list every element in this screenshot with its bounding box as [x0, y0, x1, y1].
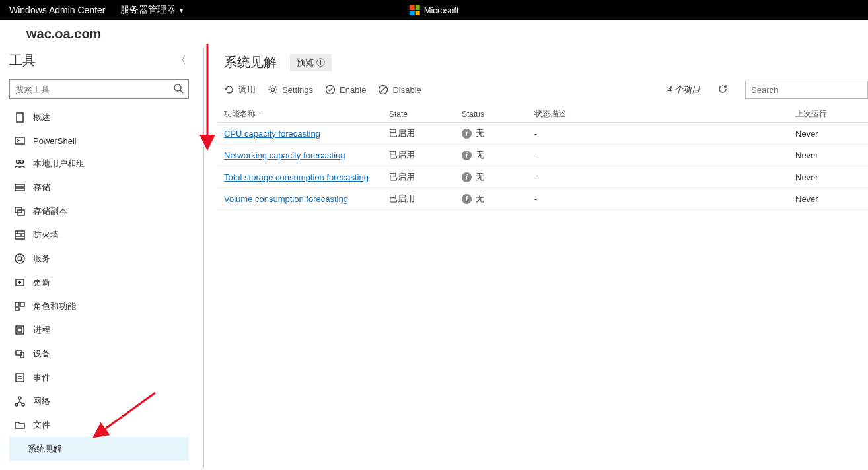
cell-state: 已启用 — [382, 166, 455, 188]
col-name[interactable]: 功能名称↑ — [217, 104, 382, 123]
sidebar-item-firewall[interactable]: 防火墙 — [9, 223, 189, 247]
sidebar-item-system-insights[interactable]: 系统见解 — [9, 437, 189, 461]
updates-icon — [15, 277, 25, 288]
sidebar-item-label: 文件 — [33, 419, 50, 431]
sidebar-item-local-users[interactable]: 本地用户和组 — [9, 152, 189, 176]
vertical-divider — [203, 47, 204, 468]
svg-rect-7 — [15, 188, 24, 191]
sidebar-item-services[interactable]: 服务 — [9, 247, 189, 271]
cell-status: i无 — [455, 166, 528, 188]
powershell-icon — [15, 135, 25, 146]
sidebar-item-storage-replica[interactable]: 存储副本 — [9, 199, 189, 223]
svg-rect-20 — [15, 308, 19, 310]
users-icon — [15, 158, 25, 169]
capability-link[interactable]: Volume consumption forecasting — [224, 194, 348, 204]
network-icon — [15, 396, 25, 407]
breadcrumb-label: 服务器管理器 — [120, 4, 176, 16]
col-state[interactable]: State — [382, 104, 455, 123]
cell-status: i无 — [455, 145, 528, 166]
breadcrumb-server-manager[interactable]: 服务器管理器 ▾ — [120, 4, 183, 16]
check-circle-icon — [325, 84, 336, 95]
refresh-button[interactable] — [712, 84, 733, 96]
sidebar-item-label: 服务 — [33, 253, 50, 265]
main-content: 系统见解 预览 i 调用 Settings Enable Disable 4 个… — [209, 47, 868, 468]
tools-search[interactable] — [9, 79, 189, 99]
cell-state: 已启用 — [382, 145, 455, 166]
sidebar-item-files[interactable]: 文件 — [9, 413, 189, 437]
cell-status: i无 — [455, 188, 528, 210]
tools-title: 工具 — [9, 51, 36, 69]
table-row[interactable]: Volume consumption forecasting已启用i无-Neve… — [217, 188, 868, 210]
tool-list: 概述 PowerShell 本地用户和组 存储 存储副本 防火墙 服务 更新 角… — [9, 106, 189, 461]
status-text: 无 — [476, 127, 484, 139]
svg-point-15 — [18, 257, 22, 261]
cell-last: Never — [789, 123, 868, 145]
sidebar-item-label: 概述 — [33, 112, 50, 123]
cell-state: 已启用 — [382, 188, 455, 210]
svg-rect-22 — [18, 328, 22, 332]
sidebar-item-label: 存储 — [33, 182, 50, 193]
collapse-sidebar-button[interactable]: 〈 — [173, 51, 189, 70]
sidebar-item-label: 进程 — [33, 324, 50, 336]
sidebar-item-label: 存储副本 — [33, 205, 67, 217]
sidebar-item-processes[interactable]: 进程 — [9, 318, 189, 342]
sidebar-item-storage[interactable]: 存储 — [9, 176, 189, 199]
events-icon — [15, 372, 25, 383]
table-row[interactable]: CPU capacity forecasting已启用i无-Never — [217, 123, 868, 145]
invoke-button[interactable]: 调用 — [224, 84, 256, 96]
table-row[interactable]: Total storage consumption forecasting已启用… — [217, 166, 868, 188]
cell-name: Volume consumption forecasting — [217, 188, 382, 210]
col-status[interactable]: Status — [455, 104, 528, 123]
annotation-arrow-icon — [198, 40, 217, 152]
info-icon: i — [316, 58, 325, 67]
capability-link[interactable]: Networking capacity forecasting — [224, 151, 345, 160]
status-text: 无 — [476, 171, 484, 183]
cell-desc: - — [528, 188, 789, 210]
sidebar-item-events[interactable]: 事件 — [9, 366, 189, 389]
info-dot-icon: i — [462, 129, 472, 139]
sidebar-item-network[interactable]: 网络 — [9, 389, 189, 413]
chevron-down-icon: ▾ — [180, 7, 183, 14]
info-dot-icon: i — [462, 151, 472, 160]
gear-icon — [268, 84, 278, 95]
sidebar-item-roles-features[interactable]: 角色和功能 — [9, 294, 189, 318]
svg-point-5 — [20, 160, 24, 164]
status-text: 无 — [476, 149, 484, 161]
storage-icon — [15, 182, 25, 193]
col-desc[interactable]: 状态描述 — [528, 104, 789, 123]
disable-button[interactable]: Disable — [378, 84, 421, 95]
enable-button[interactable]: Enable — [325, 84, 366, 95]
table-search-input[interactable] — [745, 81, 868, 99]
sort-asc-icon: ↑ — [258, 110, 262, 118]
top-bar: Windows Admin Center 服务器管理器 ▾ Microsoft — [0, 0, 868, 20]
svg-rect-18 — [15, 302, 19, 306]
cell-name: CPU capacity forecasting — [217, 123, 382, 145]
sidebar-item-powershell[interactable]: PowerShell — [9, 129, 189, 152]
app-name[interactable]: Windows Admin Center — [9, 5, 106, 15]
svg-line-35 — [380, 87, 386, 93]
insights-table: 功能名称↑ State Status 状态描述 上次运行 CPU capacit… — [217, 104, 868, 210]
sidebar: 工具 〈 概述 PowerShell 本地用户和组 存储 存储副本 防火墙 服务… — [0, 47, 198, 468]
preview-label: 预览 — [297, 57, 314, 69]
command-bar: 调用 Settings Enable Disable 4 个项目 — [217, 81, 868, 104]
roles-icon — [15, 301, 25, 312]
cell-desc: - — [528, 123, 789, 145]
svg-point-4 — [17, 160, 20, 164]
sidebar-item-overview[interactable]: 概述 — [9, 106, 189, 129]
cell-name: Total storage consumption forecasting — [217, 166, 382, 188]
capability-link[interactable]: CPU capacity forecasting — [224, 129, 320, 139]
col-last[interactable]: 上次运行 — [789, 104, 868, 123]
status-text: 无 — [476, 193, 484, 205]
tools-search-input[interactable] — [10, 84, 168, 94]
settings-button[interactable]: Settings — [268, 84, 313, 95]
cell-name: Networking capacity forecasting — [217, 145, 382, 166]
sidebar-item-label: 更新 — [33, 277, 50, 288]
svg-rect-10 — [15, 231, 24, 239]
microsoft-logo-icon — [410, 5, 420, 15]
sidebar-item-updates[interactable]: 更新 — [9, 271, 189, 294]
table-row[interactable]: Networking capacity forecasting已启用i无-Nev… — [217, 145, 868, 166]
preview-badge[interactable]: 预览 i — [290, 54, 332, 71]
capability-link[interactable]: Total storage consumption forecasting — [224, 172, 369, 182]
sidebar-item-devices[interactable]: 设备 — [9, 342, 189, 366]
svg-rect-21 — [16, 326, 24, 334]
